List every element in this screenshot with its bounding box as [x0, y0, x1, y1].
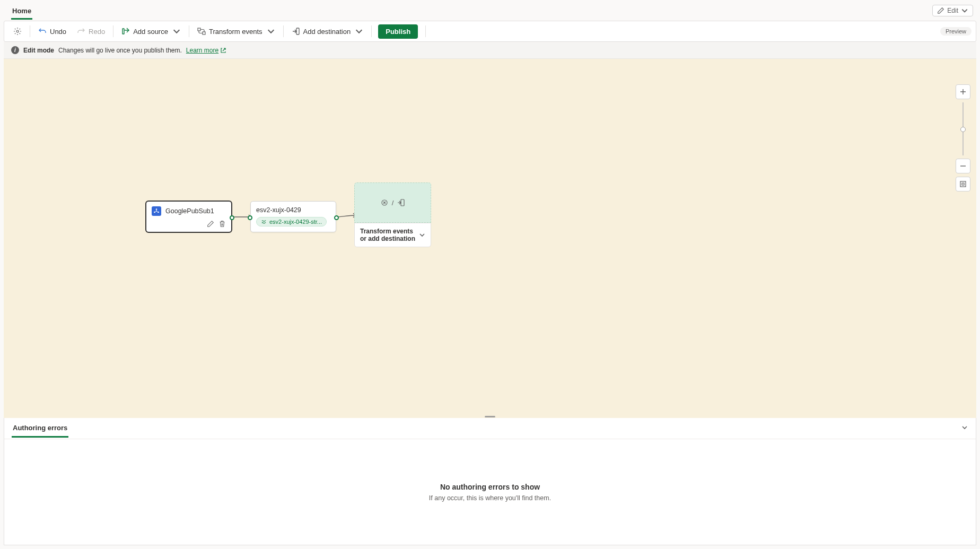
redo-icon	[77, 27, 85, 36]
chevron-down-icon	[961, 7, 968, 14]
node-source-title: GooglePubSub1	[165, 207, 214, 215]
transform-label: Transform events	[209, 28, 262, 36]
zoom-slider[interactable]	[962, 102, 964, 155]
zoom-thumb[interactable]	[960, 127, 966, 132]
empty-title: No authoring errors to show	[440, 483, 540, 491]
pubsub-icon	[152, 206, 161, 216]
zoom-controls	[956, 84, 970, 191]
edit-mode-dropdown[interactable]: Edit	[932, 5, 973, 16]
stream-chip-label: esv2-xujx-0429-str...	[269, 219, 322, 225]
svg-rect-2	[198, 28, 200, 31]
open-external-icon	[220, 47, 226, 54]
chevron-down-icon	[355, 27, 363, 36]
settings-button[interactable]	[8, 24, 27, 38]
undo-button[interactable]: Undo	[33, 24, 71, 38]
port-in[interactable]	[248, 215, 252, 220]
empty-subtitle: If any occur, this is where you'll find …	[429, 494, 551, 502]
minus-icon	[959, 162, 967, 170]
port-out[interactable]	[230, 215, 234, 220]
node-stream-title: esv2-xujx-0429	[256, 206, 330, 214]
learn-more-label: Learn more	[186, 47, 218, 54]
redo-label: Redo	[89, 28, 105, 36]
learn-more-link[interactable]: Learn more	[186, 47, 226, 54]
undo-icon	[38, 27, 47, 36]
add-source-icon	[121, 27, 130, 36]
chevron-down-icon	[961, 424, 968, 431]
gear-icon	[13, 27, 22, 36]
transform-events-button[interactable]: Transform events	[192, 24, 280, 38]
chevron-down-icon	[172, 27, 181, 36]
zoom-out-button[interactable]	[956, 159, 970, 173]
tab-authoring-errors[interactable]: Authoring errors	[12, 420, 68, 438]
transform-icon	[197, 27, 206, 36]
pencil-icon[interactable]	[207, 220, 214, 228]
redo-button: Redo	[72, 24, 110, 38]
trash-icon[interactable]	[218, 220, 226, 228]
add-destination-label: Add destination	[303, 28, 351, 36]
node-stream[interactable]: esv2-xujx-0429 esv2-xujx-0429-str...	[250, 201, 336, 232]
undo-label: Undo	[50, 28, 66, 36]
add-label: Transform events or add destination	[360, 228, 418, 242]
zoom-in-button[interactable]	[956, 84, 970, 99]
port-out[interactable]	[334, 215, 339, 220]
fit-icon	[959, 180, 967, 188]
stream-chip[interactable]: esv2-xujx-0429-str...	[256, 217, 327, 226]
plus-icon	[959, 88, 967, 95]
stream-icon	[261, 219, 267, 225]
node-source[interactable]: GooglePubSub1	[146, 201, 232, 232]
info-mode: Edit mode	[23, 47, 54, 54]
info-icon: i	[11, 46, 19, 54]
svg-point-5	[156, 208, 158, 210]
info-bar: i Edit mode Changes will go live once yo…	[4, 42, 976, 59]
add-source-button[interactable]: Add source	[117, 24, 186, 38]
svg-rect-3	[203, 32, 205, 34]
chevron-down-icon	[267, 27, 275, 36]
transform-icon	[380, 198, 389, 207]
collapse-panel-button[interactable]	[961, 424, 968, 433]
node-add-placeholder: / Transform events or add destination	[354, 182, 431, 247]
add-source-label: Add source	[133, 28, 168, 36]
svg-rect-12	[962, 183, 964, 185]
add-dropdown[interactable]: Transform events or add destination	[354, 223, 431, 247]
preview-pill[interactable]: Preview	[940, 27, 972, 36]
info-msg: Changes will go live once you publish th…	[58, 47, 182, 54]
pencil-icon	[937, 7, 944, 14]
svg-point-8	[156, 211, 157, 212]
publish-button[interactable]: Publish	[378, 24, 418, 39]
add-top: /	[354, 182, 431, 223]
svg-rect-1	[122, 29, 124, 34]
add-destination-icon	[292, 27, 300, 36]
svg-rect-10	[401, 199, 404, 206]
tab-home[interactable]: Home	[11, 4, 32, 20]
canvas[interactable]: GooglePubSub1 esv2-xujx-0429 esv2-xujx-0…	[4, 59, 976, 418]
svg-point-0	[16, 30, 19, 32]
zoom-fit-button[interactable]	[956, 177, 970, 191]
chevron-down-icon	[419, 232, 425, 238]
edit-mode-label: Edit	[947, 7, 958, 14]
destination-icon	[397, 198, 405, 207]
add-destination-button[interactable]: Add destination	[287, 24, 369, 38]
toolbar: Undo Redo Add source Transform events Ad…	[4, 21, 976, 42]
svg-rect-11	[960, 181, 966, 187]
